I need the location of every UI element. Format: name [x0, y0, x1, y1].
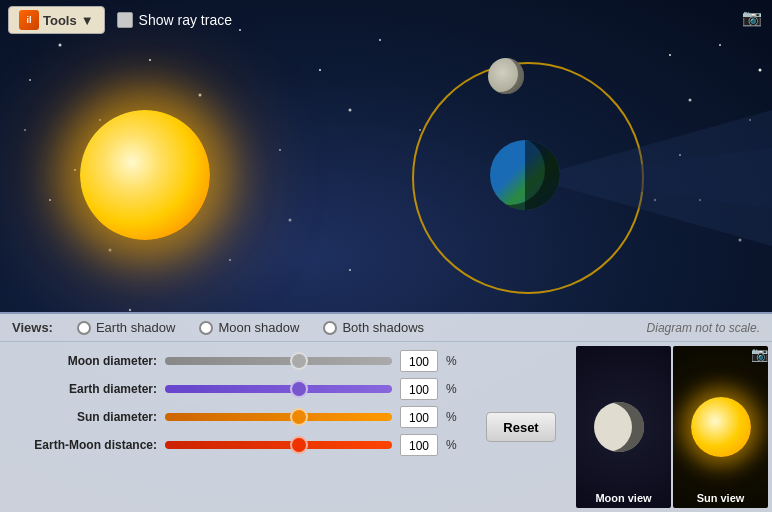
tools-label: Tools	[43, 13, 77, 28]
views-row: Views: Earth shadow Moon shadow Both sha…	[0, 314, 772, 342]
slider-earth-moon-distance-label: Earth-Moon distance:	[12, 438, 157, 452]
slider-moon-diameter-thumb[interactable]	[290, 352, 308, 370]
camera-icon-thumbnails[interactable]: 📷	[751, 346, 768, 362]
app-logo: il	[19, 10, 39, 30]
slider-sun-diameter-label: Sun diameter:	[12, 410, 157, 424]
svg-marker-30	[530, 110, 772, 246]
svg-point-10	[419, 129, 421, 131]
radio-both-shadows[interactable]: Both shadows	[323, 320, 424, 335]
show-ray-trace-label[interactable]: Show ray trace	[117, 12, 232, 28]
reset-button[interactable]: Reset	[486, 412, 556, 442]
tools-button[interactable]: il Tools ▼	[8, 6, 105, 34]
camera-icon-top[interactable]: 📷	[742, 8, 762, 27]
slider-sun-diameter-value[interactable]: 100	[400, 406, 438, 428]
sliders-panel: Moon diameter: 100 % Earth diameter:	[0, 342, 470, 512]
thumbnail-moon-circle	[594, 402, 644, 452]
svg-point-17	[109, 249, 112, 252]
earth-dark-side	[525, 140, 560, 210]
moon	[488, 58, 524, 94]
radio-both-shadows-circle[interactable]	[323, 321, 337, 335]
radio-moon-shadow-circle[interactable]	[199, 321, 213, 335]
radio-earth-shadow-label: Earth shadow	[96, 320, 176, 335]
svg-point-1	[59, 44, 62, 47]
slider-earth-diameter-percent: %	[446, 382, 458, 396]
svg-point-8	[349, 109, 352, 112]
slider-earth-moon-distance-value[interactable]: 100	[400, 434, 438, 456]
slider-sun-diameter-percent: %	[446, 410, 458, 424]
slider-earth-moon-distance-track	[165, 441, 392, 449]
svg-point-12	[689, 99, 692, 102]
radio-moon-shadow-label: Moon shadow	[218, 320, 299, 335]
slider-row-earth-diameter: Earth diameter: 100 %	[12, 378, 458, 400]
radio-earth-shadow[interactable]: Earth shadow	[77, 320, 176, 335]
slider-earth-moon-distance-thumb[interactable]	[290, 436, 308, 454]
svg-point-14	[749, 119, 751, 121]
svg-point-4	[199, 94, 202, 97]
svg-point-22	[24, 129, 26, 131]
svg-point-16	[49, 199, 51, 201]
slider-earth-moon-distance-track-container[interactable]	[165, 441, 392, 449]
slider-row-sun-diameter: Sun diameter: 100 %	[12, 406, 458, 428]
slider-moon-diameter-label: Moon diameter:	[12, 354, 157, 368]
svg-point-19	[229, 259, 231, 261]
ray-trace-text: Show ray trace	[139, 12, 232, 28]
slider-sun-diameter-track-container[interactable]	[165, 413, 392, 421]
svg-point-15	[759, 69, 762, 72]
svg-point-23	[74, 169, 76, 171]
slider-earth-diameter-label: Earth diameter:	[12, 382, 157, 396]
thumbnails-panel: 📷 Moon view Sun view	[572, 342, 772, 512]
sun	[80, 110, 210, 240]
tools-dropdown-icon[interactable]: ▼	[81, 13, 94, 28]
svg-point-6	[279, 149, 281, 151]
svg-point-7	[319, 69, 321, 71]
svg-marker-31	[530, 148, 772, 208]
controls-row: Moon diameter: 100 % Earth diameter:	[0, 342, 772, 512]
slider-earth-moon-distance-percent: %	[446, 438, 458, 452]
svg-point-27	[679, 154, 681, 156]
thumbnail-sun-view[interactable]: Sun view	[673, 346, 768, 508]
thumbnail-sun-label: Sun view	[673, 492, 768, 504]
svg-point-24	[129, 309, 131, 311]
thumbnail-moon-view[interactable]: Moon view	[576, 346, 671, 508]
slider-moon-diameter-track-container[interactable]	[165, 357, 392, 365]
top-bar: il Tools ▼ Show ray trace 📷	[0, 0, 772, 40]
thumbnail-sun-circle	[691, 397, 751, 457]
slider-moon-diameter-track	[165, 357, 392, 365]
diagram-note: Diagram not to scale.	[647, 321, 760, 335]
radio-moon-shadow[interactable]: Moon shadow	[199, 320, 299, 335]
slider-row-moon-diameter: Moon diameter: 100 %	[12, 350, 458, 372]
svg-point-20	[289, 219, 292, 222]
slider-moon-diameter-value[interactable]: 100	[400, 350, 438, 372]
slider-earth-diameter-track	[165, 385, 392, 393]
slider-earth-diameter-value[interactable]: 100	[400, 378, 438, 400]
bottom-panel: Views: Earth shadow Moon shadow Both sha…	[0, 312, 772, 512]
app-container: il Tools ▼ Show ray trace 📷 Views: Earth…	[0, 0, 772, 512]
ray-trace-checkbox[interactable]	[117, 12, 133, 28]
svg-point-13	[719, 44, 721, 46]
svg-point-25	[699, 199, 701, 201]
thumbnail-moon-label: Moon view	[576, 492, 671, 504]
slider-earth-diameter-thumb[interactable]	[290, 380, 308, 398]
earth	[490, 140, 560, 210]
svg-point-2	[99, 119, 101, 121]
views-label: Views:	[12, 320, 53, 335]
slider-sun-diameter-track	[165, 413, 392, 421]
svg-point-28	[654, 199, 656, 201]
radio-both-shadows-label: Both shadows	[342, 320, 424, 335]
slider-earth-diameter-track-container[interactable]	[165, 385, 392, 393]
radio-earth-shadow-circle[interactable]	[77, 321, 91, 335]
slider-sun-diameter-thumb[interactable]	[290, 408, 308, 426]
slider-moon-diameter-percent: %	[446, 354, 458, 368]
svg-point-11	[669, 54, 671, 56]
slider-row-earth-moon-distance: Earth-Moon distance: 100 %	[12, 434, 458, 456]
svg-point-21	[349, 269, 351, 271]
svg-point-26	[739, 239, 742, 242]
svg-point-3	[149, 59, 151, 61]
svg-point-0	[29, 79, 31, 81]
